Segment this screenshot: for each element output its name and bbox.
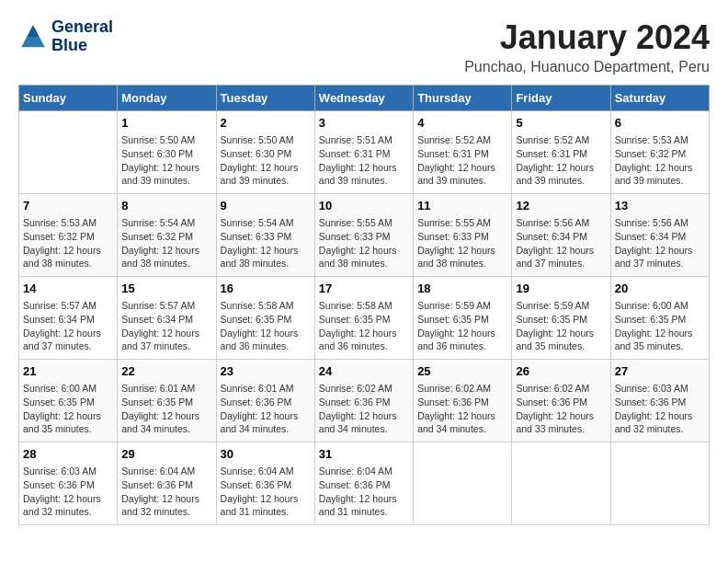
- day-number: 26: [516, 363, 606, 380]
- day-info: Sunrise: 6:03 AM Sunset: 6:36 PM Dayligh…: [615, 382, 705, 436]
- day-info: Sunrise: 5:59 AM Sunset: 6:35 PM Dayligh…: [417, 299, 507, 353]
- day-number: 28: [23, 446, 113, 463]
- calendar-week-2: 7Sunrise: 5:53 AM Sunset: 6:32 PM Daylig…: [19, 194, 710, 277]
- day-number: 5: [516, 115, 606, 132]
- day-info: Sunrise: 5:55 AM Sunset: 6:33 PM Dayligh…: [319, 216, 409, 270]
- day-info: Sunrise: 5:56 AM Sunset: 6:34 PM Dayligh…: [615, 216, 705, 270]
- weekday-tuesday: Tuesday: [216, 86, 314, 111]
- day-number: 1: [121, 115, 211, 132]
- day-number: 27: [615, 363, 705, 380]
- day-info: Sunrise: 5:51 AM Sunset: 6:31 PM Dayligh…: [319, 133, 409, 188]
- weekday-friday: Friday: [512, 86, 610, 111]
- calendar-cell: 2Sunrise: 5:50 AM Sunset: 6:30 PM Daylig…: [216, 111, 314, 194]
- logo-icon: [18, 22, 48, 52]
- logo-text: General Blue: [51, 18, 113, 55]
- calendar-cell: [19, 111, 118, 194]
- calendar-cell: 15Sunrise: 5:57 AM Sunset: 6:34 PM Dayli…: [118, 277, 216, 360]
- calendar-cell: 26Sunrise: 6:02 AM Sunset: 6:36 PM Dayli…: [512, 360, 610, 442]
- day-number: 4: [417, 115, 507, 132]
- logo: General Blue: [18, 18, 113, 55]
- day-number: 29: [121, 446, 211, 463]
- calendar-cell: 18Sunrise: 5:59 AM Sunset: 6:35 PM Dayli…: [414, 277, 512, 360]
- day-info: Sunrise: 5:50 AM Sunset: 6:30 PM Dayligh…: [221, 133, 311, 188]
- day-number: 15: [121, 281, 211, 297]
- day-number: 23: [221, 363, 311, 380]
- calendar-cell: 10Sunrise: 5:55 AM Sunset: 6:33 PM Dayli…: [314, 194, 413, 277]
- calendar-table: SundayMondayTuesdayWednesdayThursdayFrid…: [18, 85, 710, 525]
- day-info: Sunrise: 6:01 AM Sunset: 6:35 PM Dayligh…: [121, 382, 211, 436]
- day-info: Sunrise: 5:52 AM Sunset: 6:31 PM Dayligh…: [417, 133, 507, 188]
- calendar-cell: 27Sunrise: 6:03 AM Sunset: 6:36 PM Dayli…: [610, 360, 709, 442]
- day-number: 30: [221, 446, 311, 463]
- calendar-cell: 4Sunrise: 5:52 AM Sunset: 6:31 PM Daylig…: [414, 111, 512, 194]
- day-info: Sunrise: 5:58 AM Sunset: 6:35 PM Dayligh…: [221, 299, 311, 353]
- day-number: 25: [417, 363, 507, 380]
- day-number: 3: [319, 115, 409, 132]
- calendar-cell: 22Sunrise: 6:01 AM Sunset: 6:35 PM Dayli…: [118, 360, 216, 442]
- title-block: January 2024 Punchao, Huanuco Department…: [464, 18, 710, 75]
- day-number: 6: [615, 115, 705, 132]
- weekday-header-row: SundayMondayTuesdayWednesdayThursdayFrid…: [19, 86, 710, 111]
- weekday-monday: Monday: [118, 86, 216, 111]
- day-number: 22: [121, 363, 211, 380]
- calendar-cell: 14Sunrise: 5:57 AM Sunset: 6:34 PM Dayli…: [19, 277, 118, 360]
- day-info: Sunrise: 6:04 AM Sunset: 6:36 PM Dayligh…: [319, 465, 409, 519]
- day-number: 18: [417, 281, 507, 297]
- calendar-cell: 11Sunrise: 5:55 AM Sunset: 6:33 PM Dayli…: [414, 194, 512, 277]
- day-info: Sunrise: 5:55 AM Sunset: 6:33 PM Dayligh…: [417, 216, 507, 270]
- calendar-cell: 5Sunrise: 5:52 AM Sunset: 6:31 PM Daylig…: [512, 111, 610, 194]
- calendar-cell: 1Sunrise: 5:50 AM Sunset: 6:30 PM Daylig…: [118, 111, 216, 194]
- day-info: Sunrise: 6:03 AM Sunset: 6:36 PM Dayligh…: [23, 465, 113, 519]
- day-number: 9: [221, 198, 311, 214]
- day-number: 2: [221, 115, 311, 132]
- calendar-cell: 19Sunrise: 5:59 AM Sunset: 6:35 PM Dayli…: [512, 277, 610, 360]
- day-info: Sunrise: 6:04 AM Sunset: 6:36 PM Dayligh…: [221, 465, 311, 519]
- calendar-body: 1Sunrise: 5:50 AM Sunset: 6:30 PM Daylig…: [19, 111, 710, 525]
- calendar-cell: 23Sunrise: 6:01 AM Sunset: 6:36 PM Dayli…: [216, 360, 314, 442]
- day-info: Sunrise: 6:02 AM Sunset: 6:36 PM Dayligh…: [417, 382, 507, 436]
- day-number: 10: [319, 198, 409, 214]
- calendar-cell: 25Sunrise: 6:02 AM Sunset: 6:36 PM Dayli…: [414, 360, 512, 442]
- calendar-cell: 16Sunrise: 5:58 AM Sunset: 6:35 PM Dayli…: [216, 277, 314, 360]
- calendar-cell: 13Sunrise: 5:56 AM Sunset: 6:34 PM Dayli…: [610, 194, 709, 277]
- day-number: 20: [615, 281, 705, 297]
- calendar-cell: 24Sunrise: 6:02 AM Sunset: 6:36 PM Dayli…: [314, 360, 413, 442]
- day-number: 12: [516, 198, 606, 214]
- calendar-cell: [512, 442, 610, 525]
- day-number: 13: [615, 198, 705, 214]
- calendar-week-3: 14Sunrise: 5:57 AM Sunset: 6:34 PM Dayli…: [19, 277, 710, 360]
- calendar-cell: [414, 442, 512, 525]
- day-info: Sunrise: 6:02 AM Sunset: 6:36 PM Dayligh…: [319, 382, 409, 436]
- day-number: 31: [319, 446, 409, 463]
- calendar-cell: 8Sunrise: 5:54 AM Sunset: 6:32 PM Daylig…: [118, 194, 216, 277]
- calendar-cell: 6Sunrise: 5:53 AM Sunset: 6:32 PM Daylig…: [610, 111, 709, 194]
- day-info: Sunrise: 5:53 AM Sunset: 6:32 PM Dayligh…: [615, 133, 705, 188]
- day-info: Sunrise: 6:02 AM Sunset: 6:36 PM Dayligh…: [516, 382, 606, 436]
- calendar-week-1: 1Sunrise: 5:50 AM Sunset: 6:30 PM Daylig…: [19, 111, 710, 194]
- calendar-subtitle: Punchao, Huanuco Department, Peru: [464, 59, 710, 75]
- day-info: Sunrise: 5:56 AM Sunset: 6:34 PM Dayligh…: [516, 216, 606, 270]
- calendar-title: January 2024: [464, 18, 710, 57]
- day-number: 24: [319, 363, 409, 380]
- calendar-cell: 7Sunrise: 5:53 AM Sunset: 6:32 PM Daylig…: [19, 194, 118, 277]
- day-info: Sunrise: 6:04 AM Sunset: 6:36 PM Dayligh…: [121, 465, 211, 519]
- day-number: 14: [23, 281, 113, 297]
- day-info: Sunrise: 5:54 AM Sunset: 6:33 PM Dayligh…: [221, 216, 311, 270]
- calendar-header: SundayMondayTuesdayWednesdayThursdayFrid…: [19, 86, 710, 111]
- weekday-saturday: Saturday: [610, 86, 709, 111]
- day-info: Sunrise: 5:52 AM Sunset: 6:31 PM Dayligh…: [516, 133, 606, 188]
- day-number: 7: [23, 198, 113, 214]
- calendar-cell: 28Sunrise: 6:03 AM Sunset: 6:36 PM Dayli…: [19, 442, 118, 525]
- calendar-week-5: 28Sunrise: 6:03 AM Sunset: 6:36 PM Dayli…: [19, 442, 710, 525]
- calendar-cell: 21Sunrise: 6:00 AM Sunset: 6:35 PM Dayli…: [19, 360, 118, 442]
- calendar-cell: 17Sunrise: 5:58 AM Sunset: 6:35 PM Dayli…: [314, 277, 413, 360]
- calendar-cell: 20Sunrise: 6:00 AM Sunset: 6:35 PM Dayli…: [610, 277, 709, 360]
- day-info: Sunrise: 5:57 AM Sunset: 6:34 PM Dayligh…: [23, 299, 113, 353]
- day-info: Sunrise: 5:57 AM Sunset: 6:34 PM Dayligh…: [121, 299, 211, 353]
- day-info: Sunrise: 5:54 AM Sunset: 6:32 PM Dayligh…: [121, 216, 211, 270]
- calendar-cell: 31Sunrise: 6:04 AM Sunset: 6:36 PM Dayli…: [314, 442, 413, 525]
- day-info: Sunrise: 5:59 AM Sunset: 6:35 PM Dayligh…: [516, 299, 606, 353]
- weekday-wednesday: Wednesday: [314, 86, 413, 111]
- page-header: General Blue January 2024 Punchao, Huanu…: [18, 18, 710, 75]
- day-info: Sunrise: 6:00 AM Sunset: 6:35 PM Dayligh…: [615, 299, 705, 353]
